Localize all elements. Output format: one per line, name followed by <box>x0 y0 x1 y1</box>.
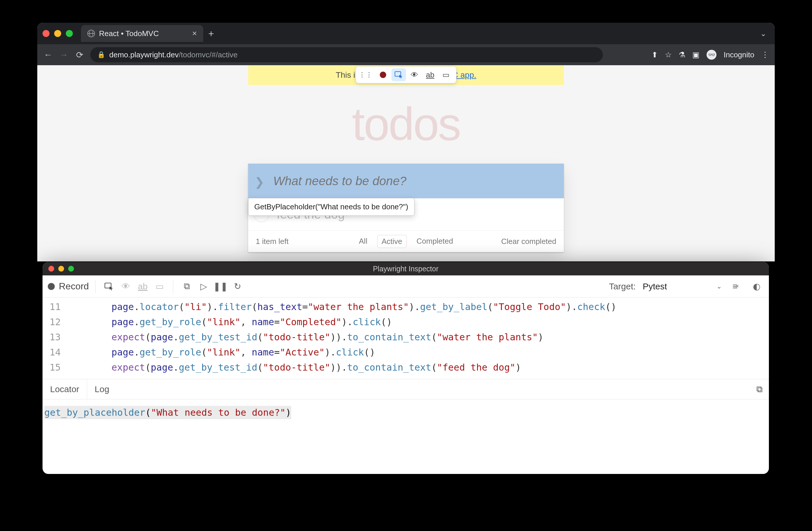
pause-button[interactable]: ❚❚ <box>214 279 228 293</box>
overlay-record-button[interactable] <box>376 69 390 81</box>
record-label: Record <box>59 281 89 292</box>
items-left-label: 1 item left <box>256 237 289 246</box>
globe-icon <box>87 30 95 37</box>
new-tab-button[interactable]: + <box>204 27 218 40</box>
clear-button[interactable]: ≡× <box>729 279 743 293</box>
copy-locator-button[interactable]: ⧉ <box>756 384 763 395</box>
code-line: expect(page.get_by_test_id("todo-title")… <box>67 360 617 375</box>
resume-button[interactable]: ▷ <box>197 279 211 293</box>
close-window-button[interactable] <box>48 266 54 271</box>
record-button[interactable]: Record <box>48 281 89 292</box>
locator-tooltip: GetByPlaceholder("What needs to be done?… <box>248 198 415 216</box>
clear-completed-button[interactable]: Clear completed <box>501 237 556 246</box>
page-content: This is just a demo real TodoMVC app. ⋮⋮… <box>37 65 775 262</box>
step-over-button[interactable]: ↻ <box>230 279 244 293</box>
incognito-icon: 👓 <box>707 50 716 60</box>
locator-expression: get_by_placeholder("What needs to be don… <box>44 406 291 419</box>
pick-locator-icon <box>395 71 403 78</box>
inspector-window-controls <box>48 266 74 271</box>
browser-tab[interactable]: React • TodoMVC × <box>81 25 203 42</box>
tab-locator[interactable]: Locator <box>43 379 87 399</box>
inspector-titlebar: Playwright Inspector <box>43 262 769 276</box>
url-text: demo.playwright.dev/todomvc/#/active <box>109 50 238 59</box>
inspector-toolbar: Record 👁 ab ▭ ⧉ ▷ ❚❚ ↻ Target: Pytest ⌄ … <box>43 276 769 297</box>
code-line: expect(page.get_by_test_id("todo-title")… <box>67 329 617 345</box>
forward-button[interactable]: → <box>59 50 69 60</box>
tab-log[interactable]: Log <box>87 379 117 399</box>
canvas: { "browser": { "tab_title": "React • Tod… <box>0 0 812 531</box>
maximize-window-button[interactable] <box>68 266 74 271</box>
copy-button[interactable]: ⧉ <box>180 279 194 293</box>
target-label: Target: <box>609 281 636 291</box>
code-editor[interactable]: 111213141516 page.locator("li").filter(h… <box>43 297 769 379</box>
inspector-title: Playwright Inspector <box>373 265 438 273</box>
theme-toggle-button[interactable]: ◐ <box>750 279 764 293</box>
visibility-button[interactable]: 👁 <box>119 279 133 293</box>
target-value: Pytest <box>643 281 667 291</box>
assert-snapshot-button[interactable]: ▭ <box>153 279 166 293</box>
flask-icon[interactable]: ⚗︎ <box>679 50 685 59</box>
inspector-window: Playwright Inspector Record 👁 ab ▭ ⧉ ▷ ❚… <box>43 262 769 474</box>
tab-title: React • TodoMVC <box>99 29 159 38</box>
code-line: page.get_by_role("link", name="Completed… <box>67 314 617 329</box>
filter-completed[interactable]: Completed <box>412 235 457 248</box>
bottom-tabs: Locator Log ⧉ <box>43 379 769 399</box>
reload-button[interactable]: ⟳ <box>75 50 85 60</box>
minimize-window-button[interactable] <box>58 266 64 271</box>
drag-handle-icon[interactable]: ⋮⋮ <box>359 71 373 78</box>
assert-text-button[interactable]: ab <box>136 279 150 293</box>
overlay-text-button[interactable]: ab <box>423 69 437 81</box>
todo-footer: 1 item left All Active Completed Clear c… <box>248 231 564 252</box>
browser-titlebar: React • TodoMVC × + ⌄ <box>37 23 775 44</box>
window-controls <box>43 30 73 37</box>
record-icon <box>48 283 55 290</box>
todo-app: ❯ GetByPlaceholder("What needs to be don… <box>248 164 564 252</box>
overlay-visibility-button[interactable]: 👁 <box>407 69 422 81</box>
toggle-all-button[interactable]: ❯ <box>255 175 264 189</box>
browser-toolbar: ← → ⟳ 🔒 demo.playwright.dev/todomvc/#/ac… <box>37 44 775 65</box>
panel-icon[interactable]: ▣ <box>692 50 699 59</box>
minimize-window-button[interactable] <box>54 30 61 37</box>
toolbar-right: ⬆︎ ☆ ⚗︎ ▣ 👓 Incognito ⋮ <box>652 50 769 60</box>
incognito-label: Incognito <box>723 50 754 59</box>
filter-list: All Active Completed <box>355 235 457 248</box>
maximize-window-button[interactable] <box>66 30 73 37</box>
todos-heading: todos <box>352 97 460 151</box>
back-button[interactable]: ← <box>43 50 53 60</box>
browser-window: React • TodoMVC × + ⌄ ← → ⟳ 🔒 demo.playw… <box>37 23 775 262</box>
playwright-overlay-toolbar[interactable]: ⋮⋮ 👁 ab ▭ <box>356 67 456 83</box>
code-content: page.locator("li").filter(has_text="wate… <box>67 297 617 379</box>
close-window-button[interactable] <box>43 30 49 37</box>
share-icon[interactable]: ⬆︎ <box>652 50 658 59</box>
new-todo-input[interactable] <box>273 174 556 188</box>
tab-close-button[interactable]: × <box>192 29 197 38</box>
code-line <box>67 375 617 379</box>
pick-locator-button[interactable] <box>102 279 116 293</box>
url-field[interactable]: 🔒 demo.playwright.dev/todomvc/#/active <box>90 47 603 62</box>
code-line: page.locator("li").filter(has_text="wate… <box>67 299 617 314</box>
chevron-down-icon: ⌄ <box>716 283 722 290</box>
line-gutter: 111213141516 <box>43 297 67 379</box>
bookmark-icon[interactable]: ☆ <box>665 50 672 59</box>
overlay-pick-locator-button[interactable] <box>391 69 406 81</box>
kebab-menu-button[interactable]: ⋮ <box>761 50 769 59</box>
filter-all[interactable]: All <box>355 235 371 248</box>
locator-editor[interactable]: get_by_placeholder("What needs to be don… <box>43 399 769 426</box>
overlay-snapshot-button[interactable]: ▭ <box>439 69 453 81</box>
target-select[interactable]: Pytest ⌄ <box>643 281 722 291</box>
new-todo-row: ❯ GetByPlaceholder("What needs to be don… <box>248 164 564 198</box>
filter-active[interactable]: Active <box>377 235 407 248</box>
tabs-menu-button[interactable]: ⌄ <box>760 29 767 38</box>
lock-icon: 🔒 <box>97 51 105 59</box>
code-line: page.get_by_role("link", name="Active").… <box>67 345 617 360</box>
